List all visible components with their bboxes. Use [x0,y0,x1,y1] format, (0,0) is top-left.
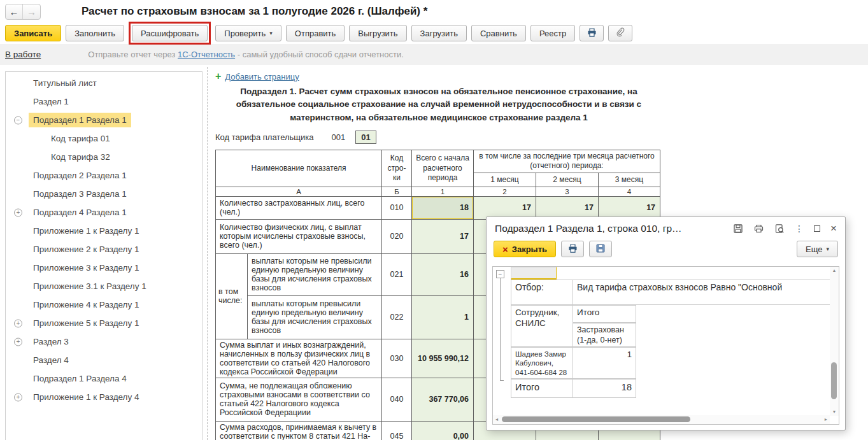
scroll-right-icon[interactable]: ► [822,415,830,424]
sidebar-item-subsection1-section4[interactable]: Подраздел 1 Раздела 4 [6,369,202,388]
total-label-cell[interactable]: Итого [511,379,573,398]
tariff-row: Код тарифа плательщика 001 01 [215,131,664,144]
popup-save-button[interactable] [589,241,612,257]
row-030-code[interactable]: 030 [382,339,412,378]
sidebar-item-subsection3-section1[interactable]: Подраздел 3 Раздела 1 [6,185,202,203]
sidebar-item-label: Подраздел 4 Раздела 1 [29,205,131,220]
employee-value-cell[interactable]: 1 [573,347,636,379]
status-link[interactable]: В работе [5,50,41,59]
filter-label-cell[interactable]: Отбор: [511,280,573,305]
selected-empty-cell[interactable] [511,267,557,280]
sidebar-item-label: Подраздел 1 Раздела 4 [29,371,131,386]
otchetnost-link[interactable]: 1С-Отчетность [178,50,235,59]
sidebar-item-appendix1-section1[interactable]: Приложение 1 к Разделу 1 [6,222,202,240]
save-icon[interactable] [733,224,743,234]
expand-icon[interactable]: + [14,208,22,216]
row-020-name[interactable]: Количество физических лиц, с выплат кото… [216,219,382,253]
row-020-total-cell[interactable]: 17 [412,219,474,253]
registry-button[interactable]: Реестр [530,25,575,41]
send-button[interactable]: Отправить [286,25,345,41]
row-022-total-cell[interactable]: 1 [412,295,474,339]
sidebar-item-label: Подраздел 1 Раздела 1 [29,113,131,127]
employee-row-cell[interactable]: Шадиев Замир Кабулович, 041-604-684 28 [511,347,573,379]
row-022-name[interactable]: выплаты которым превысили единую предель… [248,295,382,339]
sidebar-item-appendix5-section1[interactable]: +Приложение 5 к Разделу 1 [6,314,202,332]
scroll-down-icon[interactable]: ▼ [830,408,839,416]
row-021-total-cell[interactable]: 16 [412,253,474,295]
attach-button[interactable] [608,25,632,41]
sidebar-item-tariff-32[interactable]: Код тарифа 32 [6,148,202,166]
row-040-code[interactable]: 040 [382,378,412,421]
fill-button[interactable]: Заполнить [66,25,124,41]
expand-icon[interactable]: + [14,319,22,327]
horizontal-scrollbar[interactable]: ◄ ► [493,415,830,424]
sidebar-item-section1[interactable]: Раздел 1 [6,92,202,111]
sidebar-item-appendix3-section1[interactable]: Приложение 3 к Разделу 1 [6,259,202,277]
group-collapse-icon[interactable]: − [496,270,504,278]
vertical-scroll-thumb[interactable] [831,362,837,399]
sidebar-item-subsection1-section1[interactable]: −Подраздел 1 Раздела 1 [6,111,202,129]
print-icon[interactable] [753,224,764,234]
sidebar-item-section4[interactable]: Раздел 4 [6,351,202,369]
compare-button[interactable]: Сравнить [471,25,526,41]
result-column-header[interactable]: Итого [573,305,636,323]
row-010-name[interactable]: Количество застрахованных лиц, всего (че… [216,196,382,219]
filter-value-cell[interactable]: Вид тарифа страховых взносов Равно "Осно… [573,280,831,305]
row-040-total-cell[interactable]: 367 770,06 [412,378,474,421]
close-icon[interactable]: × [830,224,837,233]
employee-column-header[interactable]: Сотрудник, СНИЛС [511,305,573,347]
total-value-cell[interactable]: 18 [573,379,636,398]
sidebar-item-title-page[interactable]: Титульный лист [6,74,202,92]
row-045-name[interactable]: Сумма расходов, принимаемая к вычету в с… [216,421,382,440]
load-button[interactable]: Загрузить [411,25,467,41]
sidebar-item-appendix1-section4[interactable]: +Приложение 1 к Разделу 4 [6,388,202,406]
window-header: ← → Расчет по страховым взносам за 1 пол… [0,0,868,23]
scroll-left-icon[interactable]: ◄ [493,415,501,424]
row-010-total-cell[interactable]: 18 [412,196,474,219]
kebab-menu-icon[interactable]: ⋮ [795,224,804,234]
row-045-total-cell[interactable]: 0,00 [412,421,474,440]
row-021-name[interactable]: выплаты которым не превысили единую пред… [248,253,382,295]
sidebar-item-appendix2-section1[interactable]: Приложение 2 к Разделу 1 [6,240,202,259]
sidebar-item-appendix3-1-section1[interactable]: Приложение 3.1 к Разделу 1 [6,277,202,295]
row-022-code[interactable]: 022 [382,295,412,339]
subsection-heading: Подраздел 1. Расчет сумм страховых взнос… [214,85,664,124]
print-button[interactable] [580,25,604,41]
sidebar-item-appendix4-section1[interactable]: Приложение 4 к Разделу 1 [6,295,202,314]
row-030-name[interactable]: Сумма выплат и иных вознаграждений, начи… [216,339,382,378]
popup-close-button[interactable]: × Закрыть [494,241,556,257]
group-label-cell: в том числе: [216,253,248,339]
sidebar-item-subsection2-section1[interactable]: Подраздел 2 Раздела 1 [6,166,202,185]
row-045-code[interactable]: 045 [382,421,412,440]
check-button[interactable]: Проверить ▾ [215,25,281,41]
vertical-scrollbar[interactable]: ▲ ▼ [830,267,839,416]
row-030-total-cell[interactable]: 10 955 990,12 [412,339,474,378]
expand-icon[interactable]: + [14,337,22,346]
unload-button[interactable]: Выгрузить [349,25,406,41]
tariff-value-field[interactable]: 01 [355,131,376,144]
row-021-code[interactable]: 021 [382,253,412,295]
popup-more-button[interactable]: Еще ▾ [797,241,838,257]
add-page-link[interactable]: Добавить страницу [225,72,299,82]
row-040-name[interactable]: Сумма, не подлежащая обложению страховым… [216,378,382,421]
maximize-icon[interactable] [814,225,820,232]
collapse-icon[interactable]: − [14,116,22,124]
sidebar-item-subsection4-section1[interactable]: +Подраздел 4 Раздела 1 [6,203,202,222]
scroll-up-icon[interactable]: ▲ [830,267,839,274]
write-button[interactable]: Записать [5,25,61,41]
forward-icon[interactable]: → [23,4,40,19]
decrypt-button[interactable]: Расшифровать [132,25,208,41]
col-header-month3: 3 месяц [599,173,660,187]
insured-column-header[interactable]: Застрахован (1-да, 0-нет) [573,323,636,347]
horizontal-scroll-thumb[interactable] [502,416,690,422]
preview-icon[interactable] [774,224,785,234]
panel-splitter[interactable] [207,67,208,440]
back-icon[interactable]: ← [6,4,23,19]
sidebar-item-section3[interactable]: +Раздел 3 [6,332,202,351]
sidebar-item-tariff-01[interactable]: Код тарифа 01 [6,129,202,148]
expand-icon[interactable]: + [14,393,22,401]
popup-print-button[interactable] [561,241,584,257]
row-010-code[interactable]: 010 [382,196,412,219]
col-header-name: Наименование показателя [216,150,382,187]
row-020-code[interactable]: 020 [382,219,412,253]
